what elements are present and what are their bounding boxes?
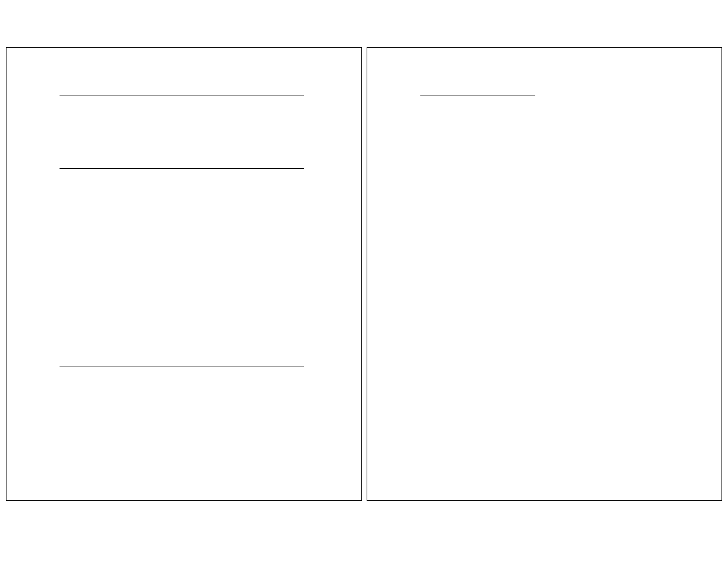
right-panel bbox=[367, 47, 723, 501]
divider-line bbox=[420, 95, 535, 95]
two-panel-layout bbox=[0, 0, 728, 501]
divider-line bbox=[60, 95, 304, 95]
left-panel bbox=[6, 47, 362, 501]
divider-line bbox=[60, 366, 304, 366]
divider-line-thick bbox=[60, 168, 304, 169]
